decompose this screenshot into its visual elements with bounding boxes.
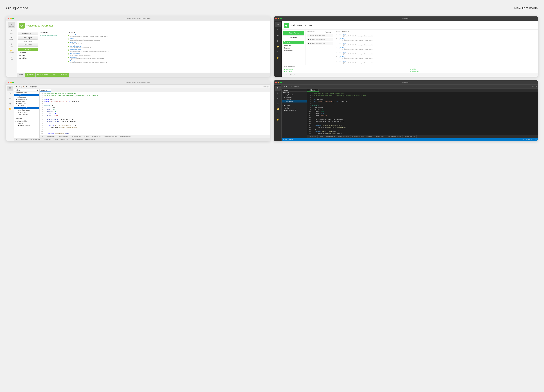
recent-item-1[interactable]: 1 📄 Calqlatr ~/QtExamples/Qt-6.5.1/demo/… bbox=[336, 33, 537, 37]
settings-icon[interactable]: ⚙ bbox=[536, 86, 537, 88]
project-item-5[interactable]: ▣ Test_widget89900 ~/Test_widget89900/CM… bbox=[68, 53, 269, 56]
sidebar-welcome[interactable]: ⊞ bbox=[275, 86, 281, 91]
sidebar-welcome[interactable]: ⊞ bbox=[7, 86, 13, 91]
tab-messages[interactable]: 8 General Messages bbox=[402, 135, 417, 138]
tab-appoutput[interactable]: 3 Application Out... bbox=[58, 135, 71, 138]
sidebar-item-design[interactable]: ◈ Design bbox=[8, 35, 15, 41]
class-calqlatr[interactable]: ▼ calqlatr bbox=[14, 122, 39, 124]
nav-marketplace[interactable]: Marketplace bbox=[18, 57, 38, 59]
filter-icon[interactable]: ⊞ bbox=[37, 89, 38, 91]
close-button[interactable] bbox=[8, 18, 9, 19]
tab-type-to-locate[interactable]: Type to locate bbox=[307, 135, 318, 138]
sidebar-help[interactable]: ? bbox=[275, 112, 281, 117]
explore-qt-blog[interactable]: ▶ Qt blog bbox=[410, 68, 535, 70]
sidebar-item-welcome[interactable]: ⊞ bbox=[275, 22, 281, 27]
maximize-button[interactable] bbox=[280, 82, 282, 83]
sidebar-projects[interactable]: 📁 bbox=[275, 107, 281, 112]
sidebar-item-edit[interactable]: ✎ Edit bbox=[8, 29, 15, 35]
class-calqlatr[interactable]: ▼ Calqlatr bbox=[282, 107, 307, 109]
tree-resources[interactable]: ▶ Resources bbox=[282, 96, 307, 98]
close-button[interactable] bbox=[8, 82, 9, 83]
minimize-button[interactable] bbox=[10, 82, 12, 83]
recent-item-2[interactable]: 2 📄 Calqlatr ~/QtExamples/Qt-6.5.1/demo/… bbox=[336, 38, 537, 41]
sidebar-item-extensions[interactable]: ⚡ bbox=[275, 55, 281, 60]
tree-calcexample[interactable]: ▶ calcExamples bbox=[14, 98, 39, 100]
class-main[interactable]: ♦ Main (int, char *[]) bbox=[282, 109, 307, 111]
nav-tutorials[interactable]: Tutorials bbox=[283, 47, 304, 49]
tab-messages[interactable]: 8 General Messag... bbox=[119, 135, 133, 138]
session-item-1[interactable]: ▶ Default (Current session) bbox=[307, 34, 333, 37]
explore-qt-account[interactable]: ▶ Qt Account bbox=[410, 70, 535, 72]
explore-get-started[interactable]: ▶ Get Started bbox=[284, 68, 409, 70]
maximize-button[interactable] bbox=[12, 18, 14, 19]
maximize-button[interactable] bbox=[280, 18, 282, 19]
tab-qmldebug[interactable]: 7 QML Debugger Com... bbox=[103, 135, 119, 138]
projects-group[interactable]: Projects bbox=[283, 41, 304, 44]
tree-build-dirs[interactable]: ▶ Build Directories bbox=[14, 109, 39, 111]
project-item-1[interactable]: ▣ calqlatr ~/QtExamples/Qt-6.5.1/demo/ca… bbox=[68, 38, 269, 41]
session-item-3[interactable]: ▶ Default (Current session) bbox=[307, 42, 333, 45]
tree-calqlatr[interactable]: ▼ calqlatr bbox=[14, 94, 39, 96]
project-item-6[interactable]: ▣ chartthemes ~/QtExamples/Qt-6.5.1/char… bbox=[68, 56, 269, 59]
sidebar-debug[interactable]: ⚙ bbox=[7, 101, 13, 106]
get-started-button[interactable]: Get Started bbox=[18, 43, 38, 47]
sidebar-edit[interactable]: ✎ bbox=[7, 91, 13, 96]
sidebar-design[interactable]: ◈ bbox=[7, 96, 13, 101]
minimize-button[interactable] bbox=[278, 18, 279, 19]
class-calculatorbuilder[interactable]: ▼ calculatorbuilder bbox=[14, 120, 39, 122]
close-button[interactable] bbox=[275, 82, 277, 83]
tab-compile[interactable]: 4 Compilation Output bbox=[351, 135, 365, 138]
project-item-2[interactable]: ▣ untitledApp ~/untitled/CMakeLists.txt bbox=[68, 41, 269, 45]
tab-appoutput[interactable]: 3 Application Output bbox=[337, 135, 351, 138]
open-project-button[interactable]: Open Project... bbox=[18, 36, 38, 40]
tab-issues[interactable]: 1 Iss... bbox=[40, 135, 46, 138]
sidebar-item-help[interactable]: ? Help bbox=[8, 55, 15, 61]
create-project-button[interactable]: Create Project bbox=[283, 31, 304, 35]
toolbar-back[interactable]: ◀ bbox=[283, 85, 285, 88]
tab-calqlatr-qml[interactable]: calqlatr.qml × bbox=[307, 89, 319, 92]
maximize-button[interactable] bbox=[12, 82, 14, 83]
sidebar-debug[interactable]: ⚙ bbox=[275, 101, 281, 106]
sidebar-item-welcome[interactable]: ⊞ Welcome bbox=[8, 22, 15, 28]
manage-button[interactable]: Manage... bbox=[325, 31, 333, 33]
sidebar-edit[interactable]: ✎ bbox=[275, 91, 281, 96]
toolbar-back[interactable]: ◀ bbox=[15, 85, 18, 88]
minimize-button[interactable] bbox=[10, 18, 12, 19]
toolbar-build[interactable]: 🔨 bbox=[22, 85, 25, 88]
tab-blogs[interactable]: Blogs bbox=[51, 73, 58, 76]
tab-issues[interactable]: 1 Issues bbox=[318, 135, 325, 138]
tab-version[interactable]: 6 Version Control bbox=[373, 135, 385, 138]
project-item-0[interactable]: ▣ calculatorbuilder ~/QtExamples/Qt-6.5.… bbox=[68, 34, 269, 37]
sidebar-extensions[interactable]: ⚡ bbox=[275, 117, 281, 122]
toolbar-forward[interactable]: ▶ bbox=[286, 85, 289, 88]
old-code-content[interactable]: 1234567891011121314151617181920212223242… bbox=[40, 92, 270, 135]
tree-sourcefiles[interactable]: ▶ Source Files bbox=[14, 103, 39, 105]
new-code-content[interactable]: 1234567891011121314151617181920212223242… bbox=[307, 92, 538, 135]
recent-item-5[interactable]: 5 📄 Calqlatr ~/QtExamples/Qt-6.5.1/demo/… bbox=[336, 51, 537, 55]
tab-terminal[interactable]: 5 Terms... bbox=[83, 135, 91, 138]
sidebar-item-debug[interactable]: ⚙ Debug bbox=[8, 41, 15, 48]
sidebar-item-design[interactable]: ◈ bbox=[275, 33, 281, 38]
tab-version[interactable]: 6 Version Cont... bbox=[91, 135, 103, 138]
sidebar-item-debug[interactable]: ⚙ bbox=[275, 38, 281, 44]
session-item-default[interactable]: ▶ default (current session) bbox=[41, 34, 65, 36]
recent-item-6[interactable]: 6 📄 Calqlatr ~/QtExamples/Qt-6.5.1/demo/… bbox=[336, 56, 537, 59]
tree-calqlatr-qml[interactable]: calqlatr.qml bbox=[282, 100, 307, 103]
tab-get-qt[interactable]: Get Qt bbox=[17, 73, 25, 76]
sidebar-item-projects[interactable]: 📁 Projects bbox=[8, 48, 15, 54]
toolbar-filter[interactable]: ⊞ bbox=[290, 85, 293, 88]
tab-calqlatr-qml[interactable]: calqlatr.qml × bbox=[40, 89, 51, 92]
explore-qt-forum[interactable]: ▶ Qt Forum bbox=[284, 70, 409, 72]
nav-tutorials[interactable]: Tutorials bbox=[18, 54, 38, 57]
minimize-button[interactable] bbox=[278, 82, 279, 83]
tab-qmldebug[interactable]: 7 QML Debugger Console bbox=[385, 135, 402, 138]
recent-item-7[interactable]: 7 📄 Calqlatr ~/QtExamples/Qt-6.5.1/demo/… bbox=[336, 60, 537, 64]
session-item-2[interactable]: ▶ Default (Current session) bbox=[307, 38, 333, 41]
project-item-7[interactable]: ▣ blockinggender ~/QtExamples/Qt-6.5.1/s… bbox=[68, 60, 269, 63]
tree-calqlatr-qml[interactable]: calqlatr.qml bbox=[14, 107, 39, 109]
open-project-button[interactable]: Open Project bbox=[283, 35, 304, 39]
tree-content[interactable]: ▼ Content bbox=[282, 98, 307, 100]
sidebar-item-help[interactable]: ? bbox=[275, 50, 281, 55]
sidebar-projects[interactable]: 📁 bbox=[7, 107, 13, 112]
create-project-button[interactable]: Create Project... bbox=[18, 32, 38, 35]
